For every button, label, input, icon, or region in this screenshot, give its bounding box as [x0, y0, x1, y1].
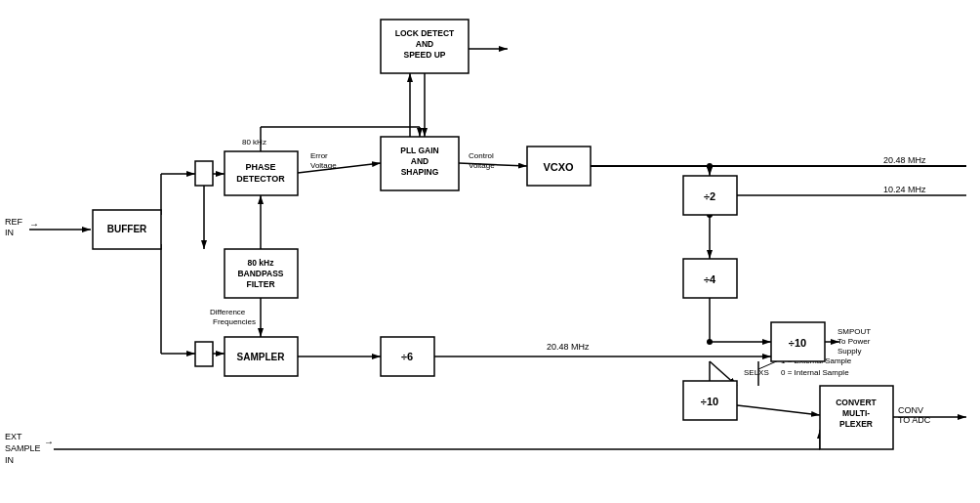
svg-text:0 = Internal Sample: 0 = Internal Sample — [781, 368, 849, 377]
svg-text:10.24 MHz: 10.24 MHz — [883, 185, 926, 194]
diagram-svg: REF IN → 80 kHz Error Voltage Difference… — [0, 0, 980, 503]
svg-text:CONV: CONV — [898, 405, 923, 415]
svg-rect-72 — [195, 342, 213, 366]
svg-text:DETECTOR: DETECTOR — [236, 174, 285, 184]
svg-text:SHAPING: SHAPING — [401, 167, 439, 177]
svg-line-51 — [737, 405, 820, 415]
svg-text:PLEXER: PLEXER — [839, 419, 873, 429]
svg-text:AND: AND — [416, 39, 433, 49]
svg-text:÷10: ÷10 — [701, 396, 718, 407]
svg-text:PLL GAIN: PLL GAIN — [400, 146, 439, 155]
svg-text:→: → — [29, 219, 39, 230]
svg-text:REF: REF — [5, 217, 23, 227]
svg-point-63 — [707, 339, 713, 345]
svg-text:AND: AND — [411, 156, 429, 166]
svg-text:IN: IN — [5, 455, 14, 465]
svg-rect-71 — [195, 161, 213, 186]
svg-text:80 kHz: 80 kHz — [248, 258, 275, 268]
svg-text:LOCK DETECT: LOCK DETECT — [395, 28, 455, 38]
svg-text:MULTI-: MULTI- — [842, 408, 870, 418]
svg-text:CONVERT: CONVERT — [836, 398, 877, 407]
svg-text:BANDPASS: BANDPASS — [237, 269, 283, 278]
svg-text:Supply: Supply — [837, 347, 861, 356]
svg-text:÷4: ÷4 — [704, 273, 716, 285]
block-diagram: REF IN → 80 kHz Error Voltage Difference… — [0, 0, 980, 503]
svg-text:EXT: EXT — [5, 432, 22, 441]
svg-text:÷2: ÷2 — [704, 190, 715, 202]
svg-text:20.48 MHz: 20.48 MHz — [883, 155, 926, 165]
svg-text:IN: IN — [5, 228, 14, 237]
svg-text:Difference: Difference — [210, 308, 246, 316]
svg-text:PHASE: PHASE — [245, 162, 275, 172]
svg-text:→: → — [44, 437, 54, 447]
svg-text:BUFFER: BUFFER — [107, 224, 147, 234]
svg-text:20.48 MHz: 20.48 MHz — [547, 342, 590, 352]
svg-text:Error: Error — [310, 151, 328, 160]
svg-text:SELXS: SELXS — [744, 368, 769, 377]
svg-text:SMPOUT: SMPOUT — [837, 327, 871, 336]
svg-text:TO ADC: TO ADC — [898, 415, 931, 425]
svg-text:Voltage: Voltage — [310, 161, 337, 170]
svg-text:SAMPLER: SAMPLER — [237, 352, 286, 362]
svg-text:Frequencies: Frequencies — [213, 317, 256, 326]
svg-text:To Power: To Power — [837, 337, 871, 346]
svg-text:FILTER: FILTER — [246, 279, 274, 289]
svg-text:Control: Control — [469, 151, 494, 160]
svg-text:÷10: ÷10 — [789, 337, 806, 349]
svg-text:SPEED UP: SPEED UP — [404, 50, 446, 60]
svg-text:80 kHz: 80 kHz — [242, 138, 266, 147]
svg-text:Voltage: Voltage — [469, 161, 495, 170]
svg-text:VCXO: VCXO — [543, 161, 574, 173]
svg-text:SAMPLE: SAMPLE — [5, 443, 41, 453]
svg-text:÷6: ÷6 — [401, 351, 413, 362]
svg-point-61 — [707, 163, 713, 169]
